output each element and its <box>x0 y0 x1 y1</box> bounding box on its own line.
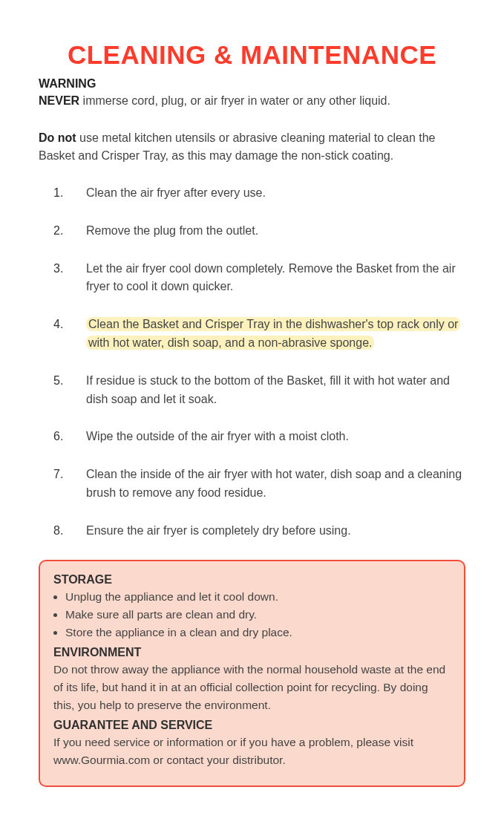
highlighted-step-text: Clean the Basket and Crisper Tray in the… <box>86 317 460 350</box>
step-item: Clean the inside of the air fryer with h… <box>71 466 465 503</box>
steps-list: Clean the air fryer after every use.Remo… <box>39 184 465 540</box>
do-not-text: use metal kitchen utensils or abrasive c… <box>39 131 435 162</box>
storage-list: Unplug the appliance and let it cool dow… <box>53 588 451 641</box>
do-not-paragraph: Do not use metal kitchen utensils or abr… <box>39 129 465 165</box>
guarantee-heading: GUARANTEE AND SERVICE <box>53 719 451 732</box>
warning-paragraph: NEVER immerse cord, plug, or air fryer i… <box>39 92 465 110</box>
warning-bold: NEVER <box>39 94 79 107</box>
step-item: Clean the Basket and Crisper Tray in the… <box>71 316 465 353</box>
do-not-bold: Do not <box>39 131 76 144</box>
storage-item: Make sure all parts are clean and dry. <box>65 606 451 624</box>
storage-heading: STORAGE <box>53 573 451 587</box>
info-box: STORAGE Unplug the appliance and let it … <box>39 560 465 787</box>
step-item: Clean the air fryer after every use. <box>71 184 465 203</box>
environment-text: Do not throw away the appliance with the… <box>53 661 451 714</box>
warning-text: immerse cord, plug, or air fryer in wate… <box>79 94 390 107</box>
page-title: CLEANING & MAINTENANCE <box>39 40 465 70</box>
step-item: If residue is stuck to the bottom of the… <box>71 372 465 409</box>
step-item: Ensure the air fryer is completely dry b… <box>71 522 465 540</box>
step-item: Wipe the outside of the air fryer with a… <box>71 428 465 446</box>
storage-item: Unplug the appliance and let it cool dow… <box>65 588 451 606</box>
step-item: Let the air fryer cool down completely. … <box>71 260 465 297</box>
environment-heading: ENVIRONMENT <box>53 646 451 659</box>
guarantee-text: If you need service or information or if… <box>53 734 451 769</box>
step-item: Remove the plug from the outlet. <box>71 222 465 241</box>
storage-item: Store the appliance in a clean and dry p… <box>65 624 451 641</box>
warning-heading: WARNING <box>39 77 465 91</box>
